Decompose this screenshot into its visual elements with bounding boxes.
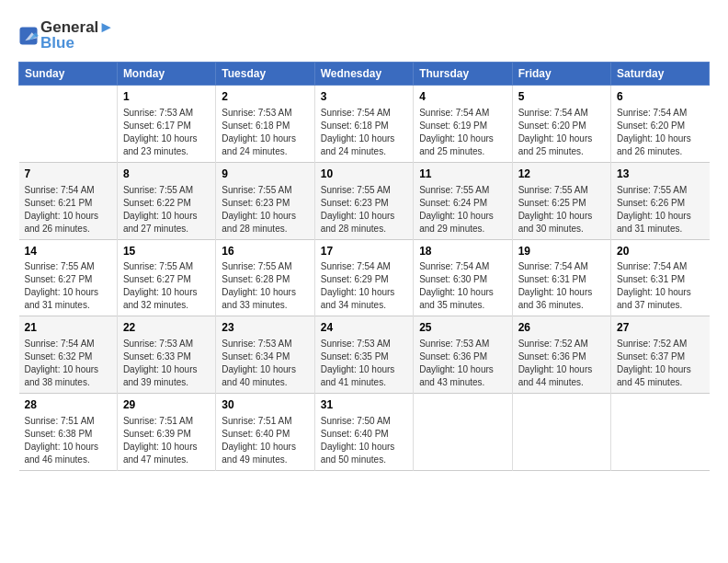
calendar-day-cell: 14Sunrise: 7:55 AMSunset: 6:27 PMDayligh… — [19, 239, 118, 316]
calendar-day-cell: 9Sunrise: 7:55 AMSunset: 6:23 PMDaylight… — [216, 162, 314, 239]
calendar-day-cell: 26Sunrise: 7:52 AMSunset: 6:36 PMDayligh… — [512, 316, 610, 394]
day-info: Sunrise: 7:55 AMSunset: 6:25 PMDaylight:… — [518, 184, 605, 236]
calendar-day-cell: 31Sunrise: 7:50 AMSunset: 6:40 PMDayligh… — [314, 394, 413, 471]
day-number: 6 — [617, 89, 703, 105]
day-number: 30 — [222, 397, 308, 413]
calendar-day-cell: 6Sunrise: 7:54 AMSunset: 6:20 PMDaylight… — [611, 86, 710, 163]
calendar-day-cell: 24Sunrise: 7:53 AMSunset: 6:35 PMDayligh… — [314, 316, 413, 394]
day-number: 16 — [222, 244, 308, 259]
day-number: 2 — [222, 89, 308, 105]
day-info: Sunrise: 7:54 AMSunset: 6:21 PMDaylight:… — [25, 184, 111, 236]
day-number: 21 — [25, 320, 111, 336]
day-info: Sunrise: 7:50 AMSunset: 6:40 PMDaylight:… — [321, 415, 407, 466]
day-info: Sunrise: 7:55 AMSunset: 6:23 PMDaylight:… — [222, 184, 308, 236]
day-number: 18 — [419, 244, 506, 259]
calendar-day-cell: 16Sunrise: 7:55 AMSunset: 6:28 PMDayligh… — [216, 239, 314, 316]
calendar-day-cell: 27Sunrise: 7:52 AMSunset: 6:37 PMDayligh… — [611, 316, 710, 394]
header-cell: Thursday — [414, 63, 512, 86]
calendar-day-cell: 7Sunrise: 7:54 AMSunset: 6:21 PMDaylight… — [19, 162, 118, 239]
day-info: Sunrise: 7:54 AMSunset: 6:18 PMDaylight:… — [321, 107, 407, 158]
calendar-day-cell: 12Sunrise: 7:55 AMSunset: 6:25 PMDayligh… — [512, 162, 610, 239]
header-cell: Wednesday — [314, 63, 413, 86]
header: General► Blue — [18, 18, 710, 52]
day-number: 1 — [123, 89, 210, 105]
day-number: 15 — [123, 244, 210, 259]
calendar-day-cell: 1Sunrise: 7:53 AMSunset: 6:17 PMDaylight… — [117, 86, 215, 163]
day-number: 27 — [617, 320, 703, 336]
header-cell: Saturday — [611, 63, 710, 86]
day-number: 12 — [518, 167, 605, 182]
day-number: 28 — [25, 397, 111, 413]
day-info: Sunrise: 7:53 AMSunset: 6:35 PMDaylight:… — [321, 338, 407, 389]
day-info: Sunrise: 7:53 AMSunset: 6:34 PMDaylight:… — [222, 338, 308, 389]
day-number: 14 — [25, 244, 111, 259]
calendar-day-cell: 20Sunrise: 7:54 AMSunset: 6:31 PMDayligh… — [611, 239, 710, 316]
calendar-day-cell: 15Sunrise: 7:55 AMSunset: 6:27 PMDayligh… — [117, 239, 215, 316]
calendar-day-cell — [414, 394, 512, 471]
day-info: Sunrise: 7:54 AMSunset: 6:20 PMDaylight:… — [518, 107, 605, 158]
calendar-week-row: 21Sunrise: 7:54 AMSunset: 6:32 PMDayligh… — [19, 316, 710, 394]
calendar-table: SundayMondayTuesdayWednesdayThursdayFrid… — [18, 62, 710, 471]
calendar-day-cell: 22Sunrise: 7:53 AMSunset: 6:33 PMDayligh… — [117, 316, 215, 394]
calendar-week-row: 7Sunrise: 7:54 AMSunset: 6:21 PMDaylight… — [19, 162, 710, 239]
calendar-day-cell: 5Sunrise: 7:54 AMSunset: 6:20 PMDaylight… — [512, 86, 610, 163]
calendar-day-cell: 28Sunrise: 7:51 AMSunset: 6:38 PMDayligh… — [19, 394, 118, 471]
calendar-day-cell — [512, 394, 610, 471]
day-info: Sunrise: 7:55 AMSunset: 6:22 PMDaylight:… — [123, 184, 210, 236]
day-info: Sunrise: 7:55 AMSunset: 6:28 PMDaylight:… — [222, 260, 308, 312]
calendar-day-cell: 13Sunrise: 7:55 AMSunset: 6:26 PMDayligh… — [611, 162, 710, 239]
day-info: Sunrise: 7:54 AMSunset: 6:29 PMDaylight:… — [321, 260, 407, 312]
day-info: Sunrise: 7:55 AMSunset: 6:27 PMDaylight:… — [25, 260, 111, 312]
logo: General► Blue — [18, 18, 114, 52]
day-number: 19 — [518, 244, 605, 259]
day-number: 9 — [222, 167, 308, 182]
day-number: 26 — [518, 320, 605, 336]
day-number: 23 — [222, 320, 308, 336]
calendar-week-row: 1Sunrise: 7:53 AMSunset: 6:17 PMDaylight… — [19, 86, 710, 163]
day-number: 25 — [419, 320, 506, 336]
calendar-day-cell — [19, 86, 118, 163]
day-info: Sunrise: 7:51 AMSunset: 6:38 PMDaylight:… — [25, 415, 111, 466]
calendar-day-cell: 25Sunrise: 7:53 AMSunset: 6:36 PMDayligh… — [414, 316, 512, 394]
calendar-week-row: 14Sunrise: 7:55 AMSunset: 6:27 PMDayligh… — [19, 239, 710, 316]
day-info: Sunrise: 7:54 AMSunset: 6:20 PMDaylight:… — [617, 107, 703, 158]
logo-icon — [18, 26, 39, 46]
day-number: 7 — [25, 167, 111, 182]
day-number: 20 — [617, 244, 703, 259]
day-info: Sunrise: 7:55 AMSunset: 6:23 PMDaylight:… — [321, 184, 407, 236]
logo-text: General► Blue — [40, 18, 114, 52]
calendar-day-cell — [611, 394, 710, 471]
day-info: Sunrise: 7:54 AMSunset: 6:31 PMDaylight:… — [617, 260, 703, 312]
day-info: Sunrise: 7:52 AMSunset: 6:37 PMDaylight:… — [617, 338, 703, 389]
day-info: Sunrise: 7:52 AMSunset: 6:36 PMDaylight:… — [518, 338, 605, 389]
day-info: Sunrise: 7:54 AMSunset: 6:30 PMDaylight:… — [419, 260, 506, 312]
day-info: Sunrise: 7:55 AMSunset: 6:27 PMDaylight:… — [123, 260, 210, 312]
day-number: 13 — [617, 167, 703, 182]
day-number: 10 — [321, 167, 407, 182]
calendar-day-cell: 10Sunrise: 7:55 AMSunset: 6:23 PMDayligh… — [314, 162, 413, 239]
header-cell: Friday — [512, 63, 610, 86]
calendar-day-cell: 11Sunrise: 7:55 AMSunset: 6:24 PMDayligh… — [414, 162, 512, 239]
calendar-day-cell: 18Sunrise: 7:54 AMSunset: 6:30 PMDayligh… — [414, 239, 512, 316]
header-cell: Sunday — [19, 63, 118, 86]
day-info: Sunrise: 7:53 AMSunset: 6:33 PMDaylight:… — [123, 338, 210, 389]
day-info: Sunrise: 7:53 AMSunset: 6:18 PMDaylight:… — [222, 107, 308, 158]
calendar-week-row: 28Sunrise: 7:51 AMSunset: 6:38 PMDayligh… — [19, 394, 710, 471]
day-info: Sunrise: 7:51 AMSunset: 6:40 PMDaylight:… — [222, 415, 308, 466]
page: General► Blue SundayMondayTuesdayWednesd… — [0, 0, 728, 563]
day-info: Sunrise: 7:53 AMSunset: 6:17 PMDaylight:… — [123, 107, 210, 158]
day-info: Sunrise: 7:54 AMSunset: 6:19 PMDaylight:… — [419, 107, 506, 158]
day-info: Sunrise: 7:54 AMSunset: 6:32 PMDaylight:… — [25, 338, 111, 389]
day-number: 22 — [123, 320, 210, 336]
calendar-day-cell: 4Sunrise: 7:54 AMSunset: 6:19 PMDaylight… — [414, 86, 512, 163]
day-number: 11 — [419, 167, 506, 182]
header-cell: Monday — [117, 63, 215, 86]
day-number: 24 — [321, 320, 407, 336]
day-info: Sunrise: 7:55 AMSunset: 6:26 PMDaylight:… — [617, 184, 703, 236]
calendar-day-cell: 19Sunrise: 7:54 AMSunset: 6:31 PMDayligh… — [512, 239, 610, 316]
header-row: SundayMondayTuesdayWednesdayThursdayFrid… — [19, 63, 710, 86]
day-number: 29 — [123, 397, 210, 413]
day-number: 8 — [123, 167, 210, 182]
calendar-day-cell: 30Sunrise: 7:51 AMSunset: 6:40 PMDayligh… — [216, 394, 314, 471]
calendar-day-cell: 2Sunrise: 7:53 AMSunset: 6:18 PMDaylight… — [216, 86, 314, 163]
